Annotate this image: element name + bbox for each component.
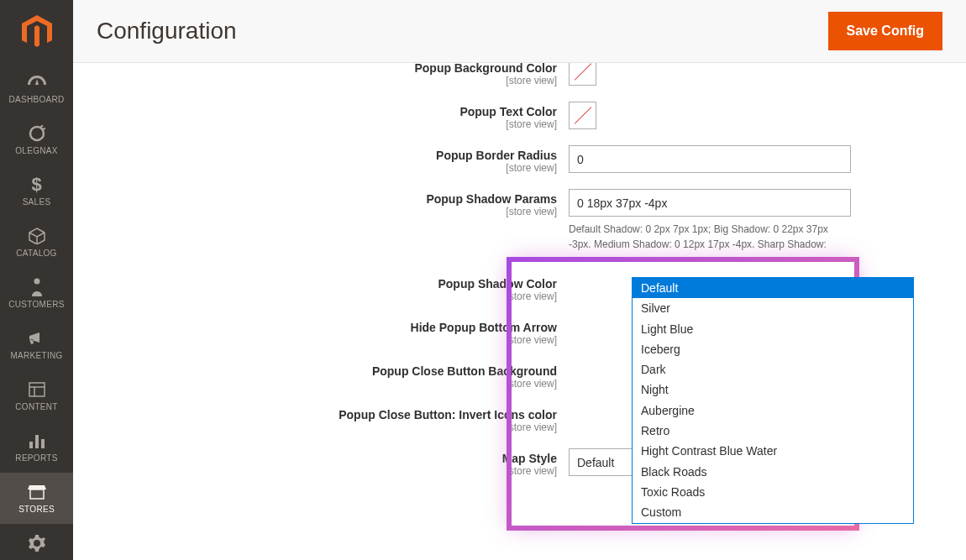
map-style-option[interactable]: Dark xyxy=(633,359,913,379)
magento-logo[interactable] xyxy=(0,0,73,63)
field-scope: [store view] xyxy=(97,334,557,346)
gear-icon xyxy=(29,532,45,554)
popup-border-radius-input[interactable] xyxy=(569,145,851,173)
field-scope: [store view] xyxy=(97,378,557,390)
sidebar-item-label: CONTENT xyxy=(15,402,57,411)
field-label: Popup Shadow Params xyxy=(426,192,557,206)
color-swatch-empty[interactable] xyxy=(569,102,596,129)
sidebar-item-olegnax[interactable]: OLEGNAX xyxy=(0,114,73,165)
dollar-icon: $ xyxy=(31,174,41,196)
sidebar-item-label: MARKETING xyxy=(10,351,62,360)
svg-point-1 xyxy=(34,279,39,285)
field-label: Hide Popup Bottom Arrow xyxy=(411,321,557,334)
field-scope: [store view] xyxy=(97,465,557,477)
field-label: Popup Border Radius xyxy=(436,149,557,162)
box-icon xyxy=(29,225,45,247)
map-style-option[interactable]: Silver xyxy=(633,298,913,318)
store-icon xyxy=(28,481,46,503)
map-style-option[interactable]: Default xyxy=(633,278,913,298)
field-scope: [store view] xyxy=(97,290,557,302)
sidebar-item-label: CATALOG xyxy=(16,249,56,258)
page-title: Configuration xyxy=(97,18,237,44)
map-style-option[interactable]: Hight Contrast Blue Water xyxy=(633,441,913,461)
layout-icon xyxy=(29,379,45,400)
olegnax-icon xyxy=(29,123,45,144)
map-style-dropdown[interactable]: DefaultSilverLight BlueIcebergDarkNightA… xyxy=(632,277,914,524)
svg-rect-2 xyxy=(29,383,45,396)
field-label: Popup Text Color xyxy=(459,105,557,118)
field-label: Popup Close Button: Invert Icons color xyxy=(339,408,557,421)
field-scope: [store view] xyxy=(97,118,557,130)
page-header: Configuration Save Config xyxy=(73,0,966,63)
magento-logo-icon xyxy=(22,15,52,49)
field-popup-shadow-params: Popup Shadow Params [store view] Default… xyxy=(97,189,942,252)
admin-sidebar: DASHBOARD OLEGNAX $ SALES CATALOG CUSTOM… xyxy=(0,0,73,560)
sidebar-item-label: OLEGNAX xyxy=(15,146,57,155)
sidebar-item-system[interactable] xyxy=(0,524,73,554)
map-style-option[interactable]: Iceberg xyxy=(633,339,913,359)
sidebar-item-sales[interactable]: $ SALES xyxy=(0,165,73,217)
map-style-option[interactable]: Toxic Roads xyxy=(633,482,913,502)
field-label: Popup Close Button Background xyxy=(372,364,557,378)
map-style-option[interactable]: Aubergine xyxy=(633,400,913,421)
map-style-option[interactable]: Retro xyxy=(633,421,913,441)
field-label: Popup Shadow Color xyxy=(438,277,557,290)
sidebar-item-label: SALES xyxy=(23,197,51,207)
sidebar-item-customers[interactable]: CUSTOMERS xyxy=(0,268,73,319)
field-label: Popup Background Color xyxy=(414,63,557,75)
sidebar-item-label: CUSTOMERS xyxy=(8,300,64,309)
svg-rect-5 xyxy=(30,489,44,499)
bar-chart-icon xyxy=(29,430,45,452)
gauge-icon xyxy=(28,71,46,93)
sidebar-item-label: REPORTS xyxy=(15,453,57,463)
map-style-option[interactable]: Light Blue xyxy=(633,319,913,339)
color-swatch-empty[interactable] xyxy=(569,63,596,86)
svg-point-0 xyxy=(30,127,44,140)
popup-shadow-params-input[interactable] xyxy=(569,189,851,217)
field-note: Default Shadow: 0 2px 7px 1px; Big Shado… xyxy=(569,222,851,252)
field-popup-border-radius: Popup Border Radius [store view] xyxy=(97,145,942,174)
sidebar-item-content[interactable]: CONTENT xyxy=(0,370,73,421)
save-config-button[interactable]: Save Config xyxy=(828,12,942,50)
sidebar-item-reports[interactable]: REPORTS xyxy=(0,421,73,473)
field-popup-text-color: Popup Text Color [store view] xyxy=(97,102,942,130)
sidebar-item-label: STORES xyxy=(18,505,55,514)
person-icon xyxy=(31,276,43,298)
field-popup-bg-color: Popup Background Color [store view] xyxy=(97,63,942,86)
sidebar-item-catalog[interactable]: CATALOG xyxy=(0,217,73,268)
field-scope: [store view] xyxy=(97,421,557,433)
map-style-option[interactable]: Night xyxy=(633,379,913,400)
sidebar-item-stores[interactable]: STORES xyxy=(0,473,73,524)
field-scope: [store view] xyxy=(97,206,557,217)
field-label: Map Style xyxy=(502,452,557,465)
field-scope: [store view] xyxy=(97,162,557,174)
map-style-option[interactable]: Black Roads xyxy=(633,462,913,482)
field-scope: [store view] xyxy=(97,75,557,86)
sidebar-item-label: DASHBOARD xyxy=(8,95,64,104)
main-content: Configuration Save Config Popup Backgrou… xyxy=(73,0,966,560)
sidebar-item-marketing[interactable]: MARKETING xyxy=(0,319,73,370)
map-style-option[interactable]: Custom xyxy=(633,502,913,522)
megaphone-icon xyxy=(28,327,46,349)
sidebar-item-dashboard[interactable]: DASHBOARD xyxy=(0,63,73,114)
